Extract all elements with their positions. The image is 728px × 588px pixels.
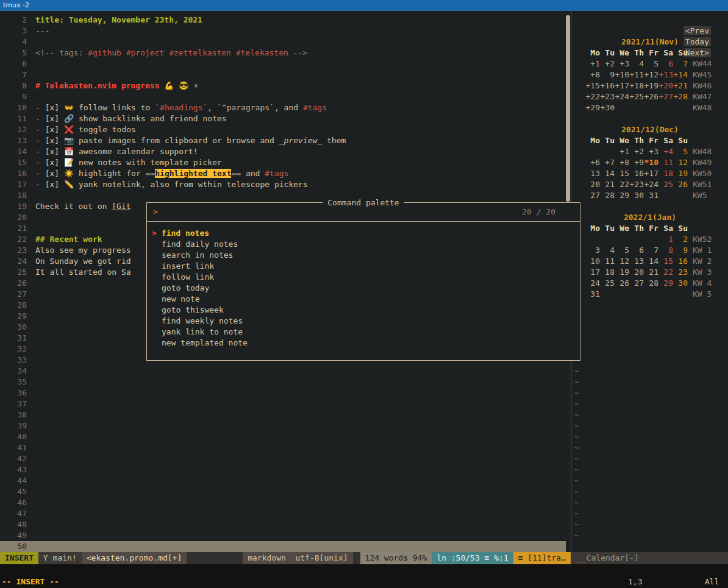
buffer-line[interactable]: 11- [x] 🔗 show backlinks and friend note… xyxy=(0,113,566,124)
buffer-line[interactable]: 6 xyxy=(0,58,566,69)
calendar-day[interactable]: 7 xyxy=(673,58,688,69)
calendar-day[interactable]: 19 xyxy=(673,168,688,179)
calendar-day[interactable]: +11 xyxy=(629,69,644,80)
palette-item[interactable]: >find notes xyxy=(147,228,580,239)
calendar-day[interactable]: 5 xyxy=(644,58,658,69)
calendar-day[interactable]: +2 xyxy=(629,146,644,157)
palette-item[interactable]: goto today xyxy=(147,283,580,294)
calendar-day[interactable]: 21 xyxy=(600,179,615,190)
buffer-line[interactable]: 10- [x] 👐 follow links to `#headings`, `… xyxy=(0,102,566,113)
calendar-day[interactable]: 13 xyxy=(629,256,644,267)
calendar-day[interactable]: 15 xyxy=(615,168,629,179)
buffer-line[interactable]: 49 xyxy=(0,530,566,541)
calendar-day[interactable]: 2 xyxy=(673,234,688,245)
buffer-line[interactable]: 18 xyxy=(0,190,566,201)
calendar-day[interactable]: +20 xyxy=(658,80,673,91)
calendar-day[interactable]: 4 xyxy=(600,245,615,256)
calendar-day[interactable]: 5 xyxy=(615,245,629,256)
calendar-day[interactable]: +26 xyxy=(644,91,658,102)
palette-item[interactable]: find daily notes xyxy=(147,239,580,250)
calendar-day[interactable]: +29 xyxy=(585,102,600,113)
buffer-line[interactable]: 16- [x] ☀️ highlight for ==highlighted t… xyxy=(0,168,566,179)
palette-item[interactable]: search in notes xyxy=(147,250,580,261)
calendar-day[interactable]: 30 xyxy=(629,190,644,201)
calendar-day[interactable]: 11 xyxy=(600,256,615,267)
buffer-line[interactable]: 38 xyxy=(0,409,566,420)
palette-item[interactable]: new note xyxy=(147,294,580,305)
buffer-line[interactable]: 8# Telekasten.nvim progress 💪 😎 ⚡ xyxy=(0,80,566,91)
calendar-day[interactable]: +9 xyxy=(629,157,644,168)
buffer-line[interactable]: 48 xyxy=(0,519,566,530)
calendar-day[interactable]: 3 xyxy=(585,245,600,256)
calendar-day[interactable]: +19 xyxy=(644,80,658,91)
calendar-day[interactable]: +30 xyxy=(600,102,615,113)
calendar-day[interactable]: 20 xyxy=(629,267,644,278)
calendar-today-button[interactable]: Today xyxy=(683,37,711,46)
calendar-day[interactable]: 13 xyxy=(585,168,600,179)
calendar-day[interactable]: 25 xyxy=(658,179,673,190)
calendar-day[interactable]: 24 xyxy=(585,278,600,289)
calendar-day[interactable]: 22 xyxy=(615,179,629,190)
palette-item[interactable]: follow link xyxy=(147,272,580,283)
calendar-day[interactable]: 12 xyxy=(615,256,629,267)
calendar-day[interactable]: 11 xyxy=(658,157,673,168)
calendar-day[interactable]: +7 xyxy=(600,157,615,168)
calendar-day[interactable]: 18 xyxy=(600,267,615,278)
calendar-day[interactable]: 20 xyxy=(585,179,600,190)
calendar-day[interactable]: 31 xyxy=(644,190,658,201)
buffer-line[interactable]: 9 xyxy=(0,91,566,102)
calendar-day[interactable]: 12 xyxy=(673,157,688,168)
calendar-day[interactable]: +12 xyxy=(644,69,658,80)
calendar-day[interactable]: 14 xyxy=(644,256,658,267)
calendar-day[interactable]: 27 xyxy=(629,278,644,289)
palette-item[interactable]: insert link xyxy=(147,261,580,272)
calendar-day[interactable]: 28 xyxy=(644,278,658,289)
calendar-day[interactable]: 14 xyxy=(600,168,615,179)
buffer-line[interactable]: 45 xyxy=(0,486,566,497)
buffer-line[interactable]: 42 xyxy=(0,453,566,464)
calendar-day[interactable]: +24 xyxy=(615,91,629,102)
buffer-line[interactable]: 2title: Tuesday, November 23th, 2021 xyxy=(0,15,566,26)
calendar-day[interactable]: 5 xyxy=(673,146,688,157)
calendar-day[interactable]: 8 xyxy=(658,245,673,256)
calendar-day[interactable]: +23 xyxy=(600,91,615,102)
calendar-day[interactable]: 9 xyxy=(673,245,688,256)
palette-item[interactable]: goto thisweek xyxy=(147,305,580,316)
calendar-day[interactable]: 16 xyxy=(673,256,688,267)
buffer-line[interactable]: 50 xyxy=(0,541,566,552)
buffer-line[interactable]: 35 xyxy=(0,377,566,388)
calendar-day[interactable]: 29 xyxy=(615,190,629,201)
buffer-line[interactable]: 14- [x] 📅 awesome calendar support! xyxy=(0,146,566,157)
calendar-day[interactable]: +4 xyxy=(658,146,673,157)
calendar-day[interactable]: +8 xyxy=(615,157,629,168)
calendar-day[interactable]: 19 xyxy=(615,267,629,278)
calendar-day[interactable]: +18 xyxy=(629,80,644,91)
palette-item[interactable]: new templated note xyxy=(147,338,580,349)
calendar-day[interactable]: +17 xyxy=(615,80,629,91)
calendar-day[interactable]: 28 xyxy=(600,190,615,201)
calendar-day[interactable]: *10 xyxy=(644,157,658,168)
calendar-day[interactable]: 7 xyxy=(644,245,658,256)
calendar-day[interactable]: +24 xyxy=(644,179,658,190)
calendar-day[interactable]: 17 xyxy=(585,267,600,278)
buffer-line[interactable]: 3--- xyxy=(0,26,566,37)
calendar-day[interactable]: +10 xyxy=(615,69,629,80)
calendar-day[interactable]: 6 xyxy=(629,245,644,256)
palette-item[interactable]: yank link to note xyxy=(147,327,580,338)
calendar-day[interactable]: +1 xyxy=(615,146,629,157)
calendar-day[interactable]: +3 xyxy=(644,146,658,157)
calendar-day[interactable]: 26 xyxy=(615,278,629,289)
buffer-line[interactable]: 17- [x] ✏️ yank notelink, also from wthi… xyxy=(0,179,566,190)
calendar-day[interactable]: +17 xyxy=(644,168,658,179)
buffer-line[interactable]: 43 xyxy=(0,464,566,475)
calendar-day[interactable]: 16 xyxy=(629,168,644,179)
calendar-day[interactable]: +27 xyxy=(658,91,673,102)
buffer-line[interactable]: 46 xyxy=(0,497,566,508)
calendar-day[interactable]: +25 xyxy=(629,91,644,102)
calendar-day[interactable]: +28 xyxy=(673,91,688,102)
buffer-line[interactable]: 39 xyxy=(0,420,566,431)
calendar-day[interactable]: 29 xyxy=(658,278,673,289)
calendar-day[interactable]: +2 xyxy=(600,58,615,69)
calendar-day[interactable]: 31 xyxy=(585,289,600,300)
calendar-day[interactable]: +15 xyxy=(585,80,600,91)
